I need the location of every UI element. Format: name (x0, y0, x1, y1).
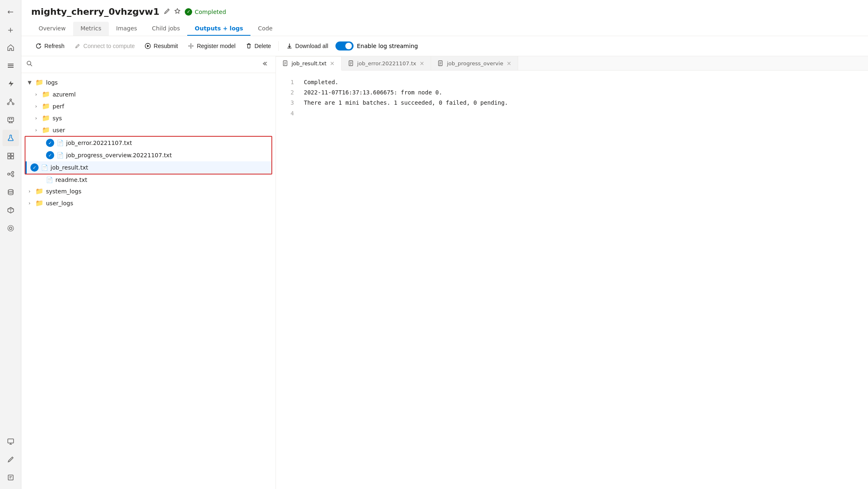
collapse-panel-button[interactable] (259, 60, 271, 69)
register-model-button[interactable]: Register model (184, 40, 239, 52)
sidebar-monitor-icon[interactable] (2, 433, 19, 450)
chevron-right-icon-user: › (33, 127, 39, 133)
editor-area: job_result.txt × job_error.20221107.tx ×… (276, 56, 868, 489)
folder-name-user-logs: user_logs (46, 200, 73, 207)
favorite-icon[interactable] (174, 8, 181, 16)
edit-title-icon[interactable] (163, 8, 170, 16)
svg-rect-10 (11, 118, 12, 119)
back-button[interactable]: ← (2, 3, 19, 20)
svg-rect-43 (248, 44, 250, 48)
folder-icon-user: 📁 (42, 126, 50, 134)
close-tab-job-progress[interactable]: × (507, 60, 512, 67)
sidebar-list-icon[interactable] (2, 57, 19, 74)
tree-item-job-progress[interactable]: ✓ 📄 job_progress_overview.20221107.txt (25, 149, 271, 161)
check-icon-job-result: ✓ (30, 163, 39, 172)
resubmit-label: Resubmit (154, 43, 178, 49)
editor-tabs: job_result.txt × job_error.20221107.tx ×… (276, 56, 868, 71)
sidebar-network-icon[interactable] (2, 94, 19, 110)
file-icon-readme: 📄 (46, 177, 53, 183)
tree-item-sys[interactable]: › 📁 sys (21, 112, 276, 124)
content-area: ▼ 📁 logs › 📁 azureml › 📁 perf (21, 56, 868, 489)
svg-rect-17 (8, 156, 10, 159)
sidebar-pipeline-icon[interactable] (2, 166, 19, 182)
tree-item-job-result[interactable]: ✓ 📄 job_result.txt (25, 161, 271, 174)
toolbar-separator (278, 41, 279, 51)
job-title-row: mighty_cherry_0vhzgvw1 ✓ Completed (31, 7, 858, 17)
editor-tab-job-error[interactable]: job_error.20221107.tx × (342, 56, 432, 70)
editor-tab-job-result[interactable]: job_result.txt × (276, 56, 342, 71)
sidebar-grid-icon[interactable] (2, 148, 19, 164)
folder-icon-user-logs: 📁 (35, 199, 44, 207)
folder-icon: 📁 (35, 78, 44, 86)
sidebar-cube-icon[interactable] (2, 202, 19, 218)
delete-label: Delete (255, 43, 271, 49)
tab-code[interactable]: Code (250, 22, 280, 36)
tree-item-user-logs[interactable]: › 📁 user_logs (21, 197, 276, 209)
job-title: mighty_cherry_0vhzgvw1 (31, 7, 159, 17)
editor-tab-job-progress[interactable]: job_progress_overvie × (431, 56, 518, 70)
sidebar-home-icon[interactable] (2, 39, 19, 56)
sidebar-add-icon[interactable]: + (2, 21, 19, 38)
search-icon (26, 60, 33, 69)
line-number-2: 2 (286, 87, 294, 98)
folder-icon-perf: 📁 (42, 102, 50, 110)
svg-rect-18 (11, 156, 14, 159)
file-tab-icon-error (348, 60, 354, 66)
svg-rect-32 (8, 475, 13, 480)
sidebar-data-icon[interactable] (2, 184, 19, 200)
tree-item-user[interactable]: › 📁 user (21, 124, 276, 136)
svg-rect-29 (8, 439, 14, 443)
delete-button[interactable]: Delete (241, 40, 275, 52)
sidebar-connect-icon[interactable] (2, 220, 19, 236)
sidebar-compute-icon[interactable] (2, 112, 19, 128)
editor-tab-label-job-progress: job_progress_overvie (447, 60, 503, 67)
folder-icon-azureml: 📁 (42, 90, 50, 98)
tree-item-azureml[interactable]: › 📁 azureml (21, 88, 276, 100)
refresh-button[interactable]: Refresh (31, 40, 69, 52)
streaming-label: Enable log streaming (357, 43, 418, 49)
chevron-right-icon-perf: › (33, 103, 39, 109)
chevron-right-icon-system-logs: › (26, 188, 33, 194)
folder-name-azureml: azureml (53, 91, 76, 98)
folder-name-user: user (53, 127, 65, 133)
sidebar-lightning-icon[interactable] (2, 76, 19, 92)
editor-tab-label-job-error: job_error.20221107.tx (357, 60, 416, 67)
tree-item-logs[interactable]: ▼ 📁 logs (21, 76, 276, 88)
code-line-2: 2 2022-11-07T16:37:13.606675: from node … (286, 87, 858, 98)
sidebar-pen-icon[interactable] (2, 451, 19, 468)
selection-box: ✓ 📄 job_error.20221107.txt ✓ 📄 job_progr… (25, 136, 272, 174)
svg-point-21 (11, 175, 14, 177)
sidebar-edit-icon[interactable] (2, 469, 19, 486)
download-all-button[interactable]: Download all (282, 40, 332, 52)
tree-item-job-error[interactable]: ✓ 📄 job_error.20221107.txt (25, 137, 271, 149)
svg-marker-37 (147, 45, 149, 47)
connect-button[interactable]: Connect to compute (70, 40, 139, 52)
chevron-right-icon-user-logs: › (26, 200, 33, 206)
editor-content: 1 Completed. 2 2022-11-07T16:37:13.60667… (276, 71, 868, 489)
log-streaming-toggle[interactable] (335, 41, 354, 51)
tab-images[interactable]: Images (109, 22, 145, 36)
svg-point-35 (76, 47, 77, 48)
tree-item-system-logs[interactable]: › 📁 system_logs (21, 185, 276, 197)
chevron-down-icon: ▼ (26, 80, 33, 85)
code-line-1: 1 Completed. (286, 77, 858, 87)
line-content-1: Completed. (304, 77, 338, 87)
folder-icon-system-logs: 📁 (35, 187, 44, 195)
file-tab-icon (282, 60, 288, 66)
resubmit-button[interactable]: Resubmit (140, 40, 182, 52)
line-content-3: There are 1 mini batches. 1 succeeded, 0… (304, 98, 508, 108)
folder-name-perf: perf (53, 103, 64, 110)
svg-rect-2 (8, 67, 14, 68)
close-tab-job-result[interactable]: × (330, 60, 335, 67)
tree-item-readme[interactable]: 📄 readme.txt (21, 174, 276, 185)
tab-overview[interactable]: Overview (31, 22, 73, 36)
sidebar-beaker-icon[interactable] (2, 130, 19, 146)
folder-name-sys: sys (53, 115, 62, 122)
tree-item-perf[interactable]: › 📁 perf (21, 100, 276, 112)
download-icon (286, 43, 293, 49)
tab-metrics[interactable]: Metrics (73, 22, 109, 36)
tab-child-jobs[interactable]: Child jobs (145, 22, 187, 36)
tab-outputs-logs[interactable]: Outputs + logs (187, 22, 250, 36)
close-tab-job-error[interactable]: × (420, 60, 425, 67)
download-label: Download all (295, 43, 328, 49)
